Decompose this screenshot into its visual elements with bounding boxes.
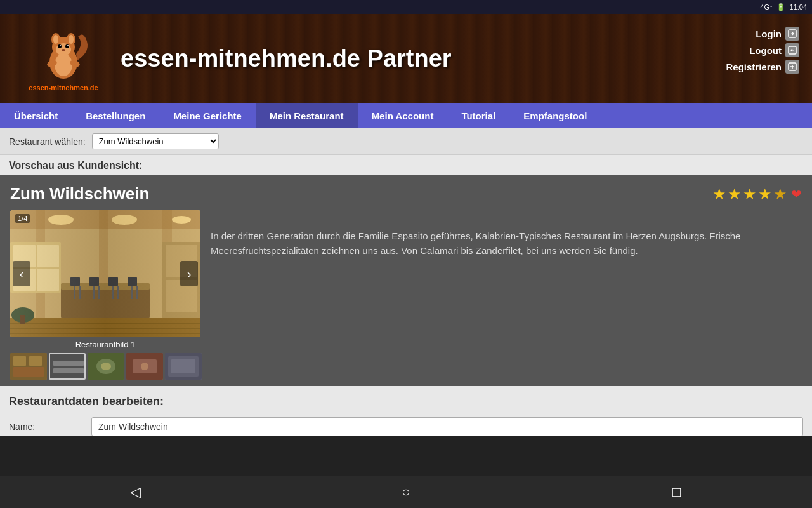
restaurant-selector-bar: Restaurant wählen: Zum Wildschwein (0, 128, 812, 155)
login-icon (785, 27, 799, 41)
svg-point-5 (69, 35, 74, 44)
main-restaurant-image (10, 210, 200, 337)
main-navigation: Übersicht Bestellungen Meine Gerichte Me… (0, 103, 812, 128)
logout-nav-item[interactable]: Logout (749, 43, 799, 57)
svg-point-10 (67, 45, 69, 46)
svg-rect-45 (10, 318, 200, 337)
login-nav-item[interactable]: Login (756, 27, 799, 41)
svg-rect-33 (70, 277, 80, 286)
star-1: ★ (712, 185, 726, 203)
logout-icon (785, 43, 799, 57)
image-gallery: ‹ › 1/4 Restaurantbild 1 (10, 210, 200, 380)
thumbnail-row (10, 353, 200, 380)
home-button[interactable]: ○ (387, 479, 425, 505)
thumbnail-4[interactable] (126, 353, 163, 380)
app-header: essen-mitnehmen.de essen-mitnehmen.de Pa… (0, 14, 812, 103)
edit-section-title: Restaurantdaten bearbeiten: (9, 395, 803, 408)
svg-point-24 (112, 215, 137, 225)
nav-mein-restaurant[interactable]: Mein Restaurant (256, 103, 358, 128)
signal-indicator: 4G↑ (760, 3, 773, 11)
image-number: 1/4 (15, 214, 30, 223)
svg-rect-60 (53, 368, 84, 373)
svg-rect-43 (131, 286, 133, 299)
card-header: Zum Wildschwein ★ ★ ★ ★ ★ ❤ (10, 184, 802, 204)
restaurant-select[interactable]: Zum Wildschwein (92, 133, 219, 149)
svg-rect-21 (99, 210, 108, 337)
svg-point-4 (53, 35, 58, 44)
svg-point-66 (141, 363, 148, 370)
svg-point-25 (172, 216, 191, 224)
nav-meine-gerichte[interactable]: Meine Gerichte (159, 103, 256, 128)
back-button[interactable]: ◁ (116, 479, 154, 505)
svg-point-11 (62, 49, 65, 51)
nav-tutorial[interactable]: Tutorial (447, 103, 509, 128)
bottom-navigation: ◁ ○ □ (0, 476, 812, 508)
squirrel-logo-icon (35, 25, 92, 83)
restaurant-preview-card: Zum Wildschwein ★ ★ ★ ★ ★ ❤ (0, 175, 812, 386)
svg-rect-69 (171, 359, 195, 373)
svg-rect-22 (162, 210, 172, 337)
edit-section: Restaurantdaten bearbeiten: Name: (0, 386, 812, 436)
star-2: ★ (728, 185, 742, 203)
restaurant-description: In der dritten Generation durch die Fami… (211, 210, 802, 380)
svg-point-12 (55, 53, 72, 76)
svg-rect-58 (50, 354, 86, 380)
nav-bestellungen[interactable]: Bestellungen (72, 103, 159, 128)
svg-rect-50 (20, 315, 25, 324)
svg-rect-28 (37, 245, 59, 267)
nav-ubersicht[interactable]: Übersicht (0, 103, 72, 128)
thumbnail-3[interactable] (88, 353, 124, 380)
svg-rect-41 (112, 286, 114, 299)
svg-rect-37 (74, 286, 75, 299)
svg-rect-39 (93, 286, 95, 299)
svg-rect-31 (61, 286, 150, 318)
svg-rect-42 (117, 286, 119, 299)
svg-rect-38 (79, 286, 81, 299)
svg-rect-30 (37, 269, 59, 291)
svg-rect-57 (13, 367, 44, 377)
name-input[interactable] (91, 417, 803, 436)
card-body: ‹ › 1/4 Restaurantbild 1 (10, 210, 802, 380)
nav-mein-account[interactable]: Mein Account (358, 103, 448, 128)
logo-text: essen-mitnehmen.de (29, 84, 98, 91)
recent-button[interactable]: □ (658, 479, 696, 505)
svg-rect-55 (13, 356, 26, 366)
svg-rect-59 (53, 361, 84, 366)
svg-rect-36 (128, 277, 137, 286)
thumbnail-1[interactable] (10, 353, 47, 380)
status-bar: 4G↑ 🔋 11:04 (0, 0, 812, 14)
name-label: Name: (9, 422, 85, 432)
kitchen-svg (10, 210, 200, 337)
register-label: Registrieren (726, 62, 782, 72)
svg-point-7 (58, 44, 62, 48)
svg-point-63 (101, 363, 111, 370)
logout-label: Logout (749, 45, 782, 56)
selector-label: Restaurant wählen: (9, 137, 86, 147)
thumbnail-2[interactable] (49, 353, 86, 380)
main-content: Restaurant wählen: Zum Wildschwein Vorsc… (0, 128, 812, 476)
star-3: ★ (743, 185, 757, 203)
svg-point-8 (65, 44, 69, 48)
thumbnail-5[interactable] (165, 353, 202, 380)
carousel-prev-button[interactable]: ‹ (13, 261, 30, 286)
name-form-row: Name: (9, 417, 803, 436)
restaurant-name: Zum Wildschwein (10, 184, 149, 204)
svg-rect-19 (10, 210, 200, 229)
preview-label: Vorschau aus Kundensicht: (0, 155, 812, 175)
image-caption: Restaurantbild 1 (10, 340, 200, 349)
login-label: Login (756, 29, 782, 39)
svg-rect-56 (29, 356, 42, 366)
nav-empfangstool[interactable]: Empfangstool (509, 103, 601, 128)
svg-point-9 (60, 45, 61, 46)
svg-rect-18 (10, 210, 200, 337)
register-nav-item[interactable]: Registrieren (726, 60, 799, 74)
carousel-next-button[interactable]: › (180, 261, 198, 286)
svg-rect-32 (61, 283, 150, 290)
time-display: 11:04 (789, 3, 807, 11)
app-title: essen-mitnehmen.de Partner (121, 45, 452, 72)
svg-rect-34 (89, 277, 99, 286)
svg-rect-35 (108, 277, 118, 286)
battery-icon: 🔋 (776, 3, 785, 11)
svg-rect-40 (98, 286, 100, 299)
logo-container: essen-mitnehmen.de (19, 25, 108, 91)
